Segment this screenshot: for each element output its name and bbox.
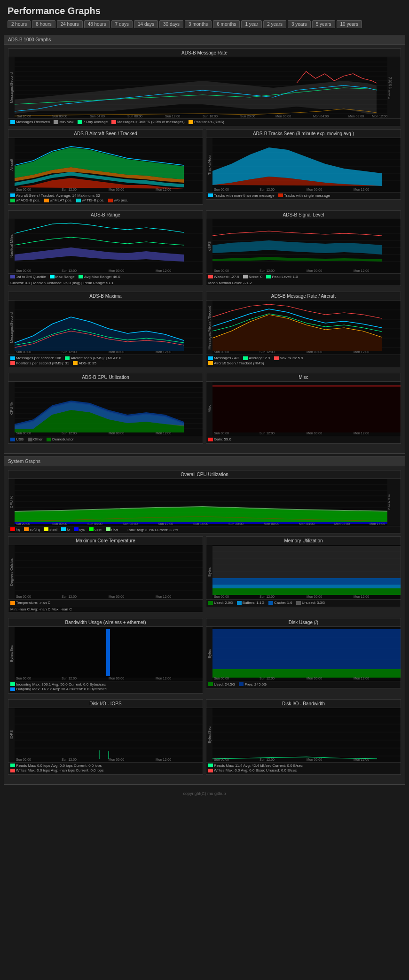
core-temp-stats: Min: -nan C Avg: -nan C Max: -nan C [8,607,203,612]
adsb-cpu-title: ADS-B CPU Utilization [8,373,203,382]
page-header: Performance Graphs 2 hours8 hours24 hour… [0,0,409,32]
svg-text:Mon 12:00: Mon 12:00 [354,595,369,598]
svg-text:Mon 00:00: Mon 00:00 [109,350,124,354]
legend-max-range: Max Range [50,275,75,279]
disk-usage-chart: Disk Usage (/) Bytes [206,618,401,696]
msg-rate-ac-legend: Messages / AC Average: 2.9 Maximum: 5.9 … [206,355,401,367]
disk-bw-title: Disk I/O - Bandwidth [206,700,401,708]
disk-usage-svg: Sun 00:00 Sun 12:00 Mon 00:00 Mon 12:00 [212,627,401,681]
row-range-signal: ADS-B Range Nautical Miles [8,210,401,289]
time-btn-3-months[interactable]: 3 months [185,20,212,28]
svg-text:Sun 12:00: Sun 12:00 [62,595,77,598]
legend-writes-bw: Writes Max: 0.0 Avg: 0.0 B/sec Unused: 0… [208,768,297,772]
time-btn-2-years[interactable]: 2 years [263,20,286,28]
msg-rate-ac-chart: ADS-B Message Rate / Aircraft Messages/A… [206,292,401,370]
time-btn-2-hours[interactable]: 2 hours [8,20,31,28]
time-btn-5-years[interactable]: 5 years [312,20,335,28]
core-temp-legend: Temperature: -nan C [8,599,203,607]
time-btn-14-days[interactable]: 14 days [134,20,158,28]
svg-text:Sun 12:00: Sun 12:00 [62,758,77,761]
svg-text:Sun 00:00: Sun 00:00 [214,677,229,680]
svg-text:Mon 00:00: Mon 00:00 [307,758,322,761]
svg-text:Sun 00:00: Sun 00:00 [16,269,31,272]
overall-cpu-body: CPU % [8,479,401,526]
svg-text:Sun 00:00: Sun 00:00 [16,758,31,761]
svg-text:Sun 00:00: Sun 00:00 [214,269,229,272]
legend-peak: Peak Level: 1.0 [266,275,298,279]
svg-text:Sun 08:00: Sun 08:00 [127,115,142,118]
svg-text:Sun 20:00: Sun 20:00 [228,522,244,525]
core-temp-ylabel: Degrees Celsius [8,557,15,587]
signal-body: dBFS [206,219,401,273]
legend-irq: irq [10,527,20,532]
disk-iops-legend: Reads Max: 0.0 iops Avg: 0.0 iops Curren… [8,762,203,774]
system-section-header: System Graphs [4,457,405,466]
legend-other: Other [28,437,43,441]
svg-text:Mon 00:00: Mon 00:00 [109,188,124,191]
memory-legend: Used: 2.0G Buffers: 1.1G Cache: 1.6 Unus… [206,599,401,607]
aircraft-tracked-container: ADS-B Aircraft Seen / Tracked Aircraft [8,129,203,205]
legend-msg-ac: Messages / AC [208,356,239,360]
legend-multi-msg: Tracks with more than one message [208,193,275,198]
legend-disk-used: Used: 24.5G [208,682,235,687]
time-btn-8-hours[interactable]: 8 hours [32,20,55,28]
bandwidth-svg: Sun 00:00 Sun 12:00 Mon 00:00 Mon 12:00 [15,627,203,681]
legend-temperature: Temperature: -nan C [10,601,50,605]
legend-weakest: Weakest: -27.9 [208,275,239,279]
range-body: Nautical Miles Sun 00:0 [8,219,203,273]
signal-stats: Mean Median Level: -21.2 [206,280,401,286]
svg-text:Mon 00:00: Mon 00:00 [109,269,124,272]
maxima-ylabel: Messages/Second [8,311,15,344]
svg-text:Mon 12:00: Mon 12:00 [156,758,171,761]
message-rate-chart: ADS-B Message Rate Messages/Second [8,48,401,126]
disk-iops-chart: Disk I/O - IOPS IOPS [8,699,203,778]
svg-rect-173 [212,578,401,585]
svg-text:Mon 12:00: Mon 12:00 [354,432,369,435]
time-btn-7-days[interactable]: 7 days [111,20,133,28]
svg-text:Sun 12:00: Sun 12:00 [62,677,77,680]
svg-text:Sun 16:00: Sun 16:00 [203,115,218,118]
svg-text:Sun 00:00: Sun 00:00 [214,350,229,354]
legend-pos-per-sec: Positions per second (RMS): 31 [10,361,69,365]
svg-text:Sun 12:00: Sun 12:00 [260,269,275,272]
time-button-group: 2 hours8 hours24 hours48 hours7 days14 d… [8,20,401,28]
tracks-seen-title: ADS-B Tracks Seen (8 minute exp. moving … [206,130,401,138]
aircraft-tracked-legend: Aircraft Seen / Tracked: Average: 14 Max… [8,192,203,204]
legend-reads-bw: Reads Max: 11.4 Avg: 42.4 kB/sec Current… [208,764,303,768]
legend-single-msg: Tracks with single message [278,193,330,198]
svg-text:Mon 08:00: Mon 08:00 [334,522,350,525]
time-btn-30-days[interactable]: 30 days [159,20,183,28]
time-btn-6-months[interactable]: 6 months [213,20,240,28]
legend-color [78,120,82,124]
time-btn-48-hours[interactable]: 48 hours [84,20,110,28]
row-temp-memory: Maximum Core Temperature Degrees Celsius [8,536,401,615]
svg-text:Mon 00:00: Mon 00:00 [307,188,322,191]
time-btn-3-years[interactable]: 3 years [288,20,311,28]
memory-svg: Sun 00:00 Sun 12:00 Mon 00:00 Mon 12:00 [212,545,401,599]
tracks-seen-container: ADS-B Tracks Seen (8 minute exp. moving … [206,129,401,200]
time-btn-1-year[interactable]: 1 year [241,20,262,28]
disk-bw-chart: Disk I/O - Bandwidth Bytes/Sec [206,699,401,778]
svg-text:Mon 04:00: Mon 04:00 [299,522,315,525]
misc-svg: Sun 00:00 Sun 12:00 Mon 00:00 Mon 12:00 [212,382,401,436]
range-svg: Sun 00:00 Sun 12:00 Mon 00:00 Mon 12:00 [15,219,203,273]
svg-text:Mon 12:00: Mon 12:00 [156,677,171,680]
legend-disk-free: Free: 245.0G [239,682,267,687]
svg-text:Sun 00:00: Sun 00:00 [16,188,31,191]
svg-text:Sun 12:00: Sun 12:00 [260,677,275,680]
svg-text:Sun 12:00: Sun 12:00 [62,432,77,435]
legend-cache: Cache: 1.6 [268,601,292,605]
legend-user: user [89,527,102,532]
time-btn-10-years[interactable]: 10 years [337,20,362,28]
misc-container: Misc Misc [206,373,401,444]
signal-svg: Sun 00:00 Sun 12:00 Mon 00:00 Mon 12:00 [212,219,401,273]
legend-steal: steal [44,527,57,532]
svg-rect-53 [15,219,203,273]
legend-color [10,120,15,124]
legend-incoming: Incoming Max: 356.1 Avg: 56.0 Current: 0… [10,682,106,687]
msg-rate-ac-body: Messages/Aircraft/Second [206,301,401,355]
footer-text: copyright(C) mu github [183,791,226,796]
time-btn-24-hours[interactable]: 24 hours [57,20,83,28]
tracks-seen-legend: Tracks with more than one message Tracks… [206,192,401,200]
overall-cpu-title: Overall CPU Utilization [8,471,401,479]
